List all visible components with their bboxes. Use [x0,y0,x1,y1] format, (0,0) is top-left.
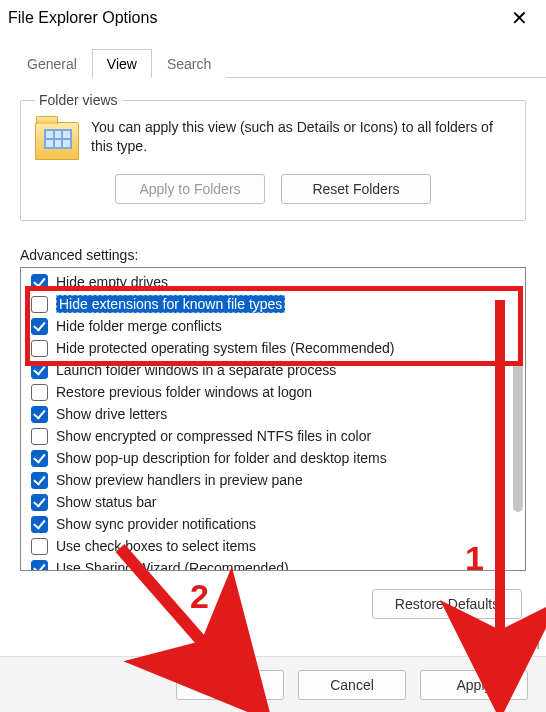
tab-general[interactable]: General [12,49,92,78]
scrollbar[interactable] [513,272,523,566]
ok-button[interactable]: OK [176,670,284,700]
list-item[interactable]: Use check boxes to select items [31,535,509,557]
list-item-label: Hide folder merge conflicts [56,318,222,334]
list-item[interactable]: Show encrypted or compressed NTFS files … [31,425,509,447]
checkbox[interactable] [31,296,48,313]
dialog-button-bar: OK Cancel Apply [0,656,546,712]
close-icon[interactable]: ✕ [503,6,536,30]
list-item-label: Use Sharing Wizard (Recommended) [56,560,289,570]
list-item-label: Show preview handlers in preview pane [56,472,303,488]
checkbox[interactable] [31,274,48,291]
checkbox[interactable] [31,384,48,401]
watermark: wsxdn.com [472,637,540,652]
tab-strip: General View Search [12,48,546,78]
folder-icon [35,122,79,160]
checkbox[interactable] [31,516,48,533]
checkbox[interactable] [31,538,48,555]
list-item[interactable]: Restore previous folder windows at logon [31,381,509,403]
list-item-label: Launch folder windows in a separate proc… [56,362,336,378]
folder-views-legend: Folder views [35,92,122,108]
list-item-label: Hide extensions for known file types [56,295,285,313]
list-item[interactable]: Hide protected operating system files (R… [31,337,509,359]
scrollbar-thumb[interactable] [513,362,523,512]
list-item[interactable]: Show drive letters [31,403,509,425]
list-item[interactable]: Hide empty drives [31,271,509,293]
folder-views-group: Folder views You can apply this view (su… [20,92,526,221]
list-item-label: Hide protected operating system files (R… [56,340,395,356]
checkbox[interactable] [31,362,48,379]
list-item[interactable]: Show sync provider notifications [31,513,509,535]
apply-to-folders-button: Apply to Folders [115,174,265,204]
checkbox[interactable] [31,428,48,445]
folder-views-text: You can apply this view (such as Details… [91,118,511,156]
list-item[interactable]: Use Sharing Wizard (Recommended) [31,557,509,570]
checkbox[interactable] [31,340,48,357]
list-item-label: Show pop-up description for folder and d… [56,450,387,466]
checkbox[interactable] [31,318,48,335]
cancel-button[interactable]: Cancel [298,670,406,700]
apply-button[interactable]: Apply [420,670,528,700]
checkbox[interactable] [31,472,48,489]
list-item[interactable]: Hide folder merge conflicts [31,315,509,337]
advanced-settings-listbox[interactable]: Hide empty drivesHide extensions for kno… [20,267,526,571]
list-item[interactable]: Hide extensions for known file types [31,293,509,315]
list-item-label: Hide empty drives [56,274,168,290]
list-item[interactable]: Show pop-up description for folder and d… [31,447,509,469]
checkbox[interactable] [31,406,48,423]
advanced-settings-label: Advanced settings: [20,247,526,263]
list-item-label: Restore previous folder windows at logon [56,384,312,400]
list-item[interactable]: Show preview handlers in preview pane [31,469,509,491]
list-item-label: Use check boxes to select items [56,538,256,554]
tab-search[interactable]: Search [152,49,226,78]
checkbox[interactable] [31,560,48,571]
list-item-label: Show encrypted or compressed NTFS files … [56,428,371,444]
checkbox[interactable] [31,494,48,511]
list-item-label: Show sync provider notifications [56,516,256,532]
list-item-label: Show status bar [56,494,156,510]
checkbox[interactable] [31,450,48,467]
reset-folders-button[interactable]: Reset Folders [281,174,431,204]
list-item[interactable]: Show status bar [31,491,509,513]
window-title: File Explorer Options [8,9,157,27]
list-item[interactable]: Launch folder windows in a separate proc… [31,359,509,381]
tab-view[interactable]: View [92,49,152,78]
list-item-label: Show drive letters [56,406,167,422]
restore-defaults-button[interactable]: Restore Defaults [372,589,522,619]
